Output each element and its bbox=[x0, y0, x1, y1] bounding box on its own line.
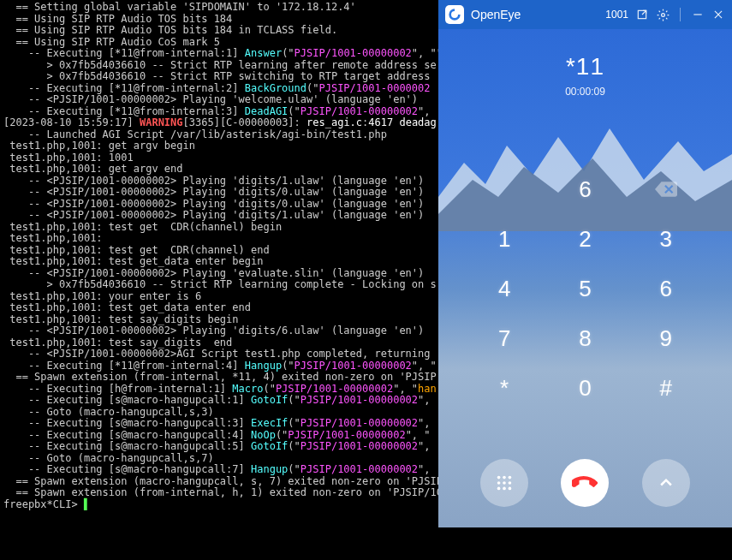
gear-icon[interactable] bbox=[656, 8, 670, 21]
dialpad-toggle-button[interactable] bbox=[480, 459, 528, 507]
dialpad-key-3[interactable]: 3 bbox=[640, 221, 692, 257]
action-bar bbox=[438, 459, 732, 507]
call-display: *11 00:00:09 bbox=[438, 53, 732, 98]
dialpad-key-0[interactable]: 0 bbox=[559, 370, 610, 406]
svg-point-1 bbox=[661, 13, 664, 16]
svg-point-9 bbox=[503, 481, 506, 485]
call-timer: 00:00:09 bbox=[438, 86, 732, 98]
collapse-button[interactable] bbox=[642, 459, 690, 507]
svg-point-11 bbox=[497, 487, 501, 491]
svg-point-7 bbox=[509, 476, 512, 480]
svg-point-10 bbox=[509, 481, 512, 485]
svg-point-6 bbox=[503, 476, 506, 480]
dialpad-key-2[interactable]: 2 bbox=[559, 221, 610, 257]
dialpad: 6123456789*0# bbox=[438, 171, 732, 420]
dialpad-key-#[interactable]: # bbox=[640, 370, 692, 406]
account-label: 1001 bbox=[605, 9, 628, 21]
minimize-icon[interactable] bbox=[691, 8, 705, 21]
popout-icon[interactable] bbox=[635, 8, 649, 21]
entered-digit: 6 bbox=[559, 171, 610, 207]
dialpad-key-5[interactable]: 5 bbox=[559, 271, 610, 307]
titlebar: OpenEye 1001 bbox=[438, 0, 732, 29]
dialpad-key-6[interactable]: 6 bbox=[640, 271, 692, 307]
app-name: OpenEye bbox=[471, 8, 521, 21]
svg-point-5 bbox=[497, 476, 501, 480]
svg-point-12 bbox=[503, 487, 506, 491]
dialpad-key-7[interactable]: 7 bbox=[479, 320, 530, 356]
close-icon[interactable] bbox=[711, 8, 725, 21]
dialpad-key-8[interactable]: 8 bbox=[559, 320, 610, 356]
backspace-button[interactable] bbox=[640, 171, 692, 207]
svg-point-8 bbox=[497, 481, 501, 485]
svg-point-13 bbox=[509, 487, 512, 491]
dialpad-key-1[interactable]: 1 bbox=[479, 221, 530, 257]
dialpad-key-*[interactable]: * bbox=[479, 370, 530, 406]
dialpad-key-4[interactable]: 4 bbox=[479, 271, 530, 307]
hangup-button[interactable] bbox=[561, 459, 609, 507]
dialed-number: *11 bbox=[438, 53, 732, 80]
softphone-window: OpenEye 1001 *11 00:00:09 6123456789*0# bbox=[438, 0, 732, 527]
dialpad-key-9[interactable]: 9 bbox=[640, 320, 692, 356]
app-logo-icon bbox=[445, 5, 464, 24]
